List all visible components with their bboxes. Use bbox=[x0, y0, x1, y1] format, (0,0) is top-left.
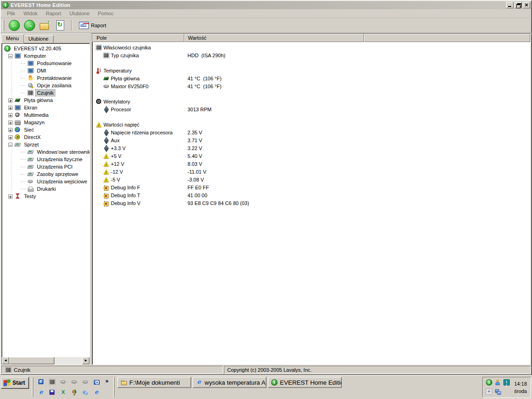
flame-icon bbox=[27, 75, 34, 81]
quicklaunch-excel-icon[interactable] bbox=[58, 387, 68, 398]
tray-crosshair-icon[interactable] bbox=[485, 388, 493, 396]
close-button[interactable] bbox=[523, 2, 530, 8]
item-row-debug-info-v[interactable]: Debug Info V93 E8 C9 C9 84 C6 80 (03) bbox=[92, 199, 530, 207]
tree-item-magazyn[interactable]: Magazyn bbox=[2, 119, 90, 126]
taskband-grip[interactable] bbox=[113, 377, 115, 397]
task-button-f-moje-dokumenti[interactable]: F:\Moje dokumenti bbox=[117, 377, 191, 388]
expand-toggle-icon[interactable] bbox=[8, 106, 12, 110]
tree-item-podsumowanie[interactable]: Podsumowanie bbox=[2, 60, 90, 67]
tree-item-zasoby-sprzętowe[interactable]: Zasoby sprzętowe bbox=[2, 170, 90, 178]
menu-item-widok[interactable]: Widok bbox=[20, 10, 42, 17]
expand-toggle-icon[interactable] bbox=[8, 128, 12, 132]
column-header-pole[interactable]: Pole bbox=[92, 34, 184, 42]
menu-item-ulubione[interactable]: Ulubione bbox=[66, 10, 93, 17]
scroll-left-icon[interactable]: ◄ bbox=[2, 357, 9, 364]
quicklaunch-grip[interactable] bbox=[32, 377, 33, 397]
scrollbar-thumb[interactable] bbox=[9, 357, 54, 364]
sidebar-tabs: MenuUlubione bbox=[1, 33, 90, 43]
quicklaunch-outlook-express-icon[interactable] bbox=[36, 377, 46, 387]
menu-item-raport[interactable]: Raport bbox=[42, 10, 65, 17]
item-row-+5-v[interactable]: +5 V5.40 V bbox=[92, 152, 530, 160]
quicklaunch-netmeeting-icon[interactable] bbox=[80, 387, 91, 398]
item-row-maxtor-6v250f0[interactable]: Maxtor 6V250F041 °C (106 °F) bbox=[92, 82, 530, 90]
tree-item-sieć[interactable]: Sieć bbox=[2, 126, 90, 133]
tray-clock[interactable]: 14:18 środa bbox=[514, 380, 528, 395]
quicklaunch-ie-icon[interactable] bbox=[91, 387, 102, 398]
tree-item-urządzenia-fizyczne[interactable]: Urządzenia fizyczne bbox=[2, 156, 90, 163]
tree-item-dmi[interactable]: DMI bbox=[2, 67, 90, 74]
tree-item-komputer[interactable]: Komputer bbox=[2, 52, 90, 60]
item-row-5-v[interactable]: -5 V-3.08 V bbox=[92, 175, 530, 183]
item-row-12-v[interactable]: -12 V-11.01 V bbox=[92, 168, 530, 175]
tree-item-opcje-zasilania[interactable]: Opcje zasilania bbox=[2, 82, 90, 89]
tray-everest-tray-icon[interactable] bbox=[485, 379, 493, 387]
tray-teal-app-icon[interactable] bbox=[503, 379, 510, 387]
tree-item-przetaktowanie[interactable]: Przetaktowanie bbox=[2, 74, 90, 82]
task-button-wysoka-temperatura-au...[interactable]: wysoka temperatura AU... bbox=[193, 377, 266, 388]
tree-item-ekran[interactable]: Ekran bbox=[2, 104, 90, 111]
tree-item-urządzenia-wejściowe[interactable]: Urządzenia wejściowe bbox=[2, 178, 90, 185]
quicklaunch-mouse-icon[interactable] bbox=[69, 377, 79, 387]
tray-user-icon[interactable] bbox=[494, 379, 502, 387]
task-button-everest-home-edition[interactable]: EVEREST Home Edition bbox=[268, 377, 342, 388]
expand-toggle-icon[interactable] bbox=[8, 98, 12, 103]
item-row-aux[interactable]: Aux3.71 V bbox=[92, 136, 530, 144]
expand-toggle-icon[interactable] bbox=[8, 113, 12, 117]
scroll-right-icon[interactable]: ► bbox=[82, 357, 90, 364]
collapse-toggle-icon[interactable] bbox=[8, 54, 12, 58]
section-row-temperatury[interactable]: Temperatury bbox=[92, 66, 530, 74]
minimize-button[interactable] bbox=[506, 2, 514, 8]
scrollbar-track[interactable] bbox=[9, 357, 82, 364]
forward-button[interactable] bbox=[23, 19, 36, 32]
refresh-button[interactable] bbox=[53, 19, 67, 32]
tree-item-directx[interactable]: DirectX bbox=[2, 133, 90, 141]
title-bar[interactable]: EVEREST Home Edition bbox=[1, 1, 531, 9]
tree-item-sprzęt[interactable]: Sprzęt bbox=[2, 141, 90, 148]
restore-button[interactable] bbox=[514, 2, 522, 8]
toolbar-grip[interactable] bbox=[3, 20, 4, 31]
section-row-wartości-napięć[interactable]: Wartości napięć bbox=[92, 121, 530, 128]
item-row-+12-v[interactable]: +12 V8.03 V bbox=[92, 160, 530, 168]
item-row-debug-info-f[interactable]: Debug Info FFF E0 FF bbox=[92, 183, 530, 191]
quicklaunch-balloon-icon[interactable] bbox=[69, 387, 79, 398]
item-row-+3.3-v[interactable]: +3.3 V3.22 V bbox=[92, 144, 530, 152]
section-row-właściwości-czujnika[interactable]: Właściwości czujnika bbox=[92, 43, 530, 51]
tree-item-czujnik[interactable]: Czujnik bbox=[2, 89, 90, 97]
collapse-toggle-icon[interactable] bbox=[8, 143, 12, 147]
desktop: EVEREST Home Edition PlikWidokRaportUlub… bbox=[0, 0, 532, 399]
start-button[interactable]: Start bbox=[1, 377, 29, 389]
quicklaunch-mouse-icon[interactable] bbox=[58, 377, 68, 387]
item-row-procesor[interactable]: Procesor3013 RPM bbox=[92, 105, 530, 113]
tree-item-testy[interactable]: Testy bbox=[2, 193, 90, 200]
quicklaunch-chip-icon[interactable] bbox=[47, 377, 57, 387]
tree-item-urządzenia-pci[interactable]: Urządzenia PCI bbox=[2, 163, 90, 170]
section-row-wentylatory[interactable]: Wentylatory bbox=[92, 97, 530, 105]
tree-item-windows-owe-sterowniki-u[interactable]: Windows'owe sterowniki u bbox=[2, 148, 90, 156]
tree-item-drukarki[interactable]: Drukarki bbox=[2, 185, 90, 193]
back-button[interactable] bbox=[7, 19, 21, 32]
menu-item-plik[interactable]: Plik bbox=[3, 10, 19, 17]
tab-ulubione[interactable]: Ulubione bbox=[24, 35, 54, 43]
item-row-debug-info-t[interactable]: Debug Info T41 00 00 bbox=[92, 191, 530, 199]
report-button[interactable]: Raport bbox=[76, 19, 110, 32]
menu-item-pomoc[interactable]: Pomoc bbox=[94, 10, 117, 17]
tree-item-płyta-główna[interactable]: Płyta główna bbox=[2, 97, 90, 104]
expand-toggle-icon[interactable] bbox=[8, 135, 12, 139]
tray-network-tray-icon[interactable] bbox=[494, 388, 502, 396]
tree-item-everest-v2.20.405[interactable]: EVEREST v2.20.405 bbox=[2, 45, 90, 52]
quicklaunch-ie-icon[interactable] bbox=[36, 387, 46, 398]
expand-toggle-icon[interactable] bbox=[8, 194, 12, 199]
tab-menu[interactable]: Menu bbox=[1, 34, 24, 43]
expand-toggle-icon[interactable] bbox=[8, 121, 12, 125]
item-row-typ-czujnika[interactable]: Typ czujnikaHDD (ISA 290h) bbox=[92, 51, 530, 59]
quicklaunch-mouse-icon[interactable] bbox=[80, 377, 91, 387]
folder-up-button[interactable] bbox=[38, 19, 52, 32]
quicklaunch-overflow-chevron[interactable]: » bbox=[103, 377, 110, 384]
quicklaunch-save-icon[interactable] bbox=[47, 387, 57, 398]
tree-horizontal-scrollbar[interactable]: ◄ ► bbox=[2, 357, 90, 364]
quicklaunch-search-folder-icon[interactable] bbox=[91, 377, 102, 387]
tree-item-multimedia[interactable]: Multimedia bbox=[2, 111, 90, 119]
item-row-napięcie-rdzenia-procesora[interactable]: Napięcie rdzenia procesora2.35 V bbox=[92, 128, 530, 136]
item-row-płyta-główna[interactable]: Płyta główna41 °C (106 °F) bbox=[92, 74, 530, 82]
column-header-wartosc[interactable]: Wartość bbox=[184, 34, 364, 42]
